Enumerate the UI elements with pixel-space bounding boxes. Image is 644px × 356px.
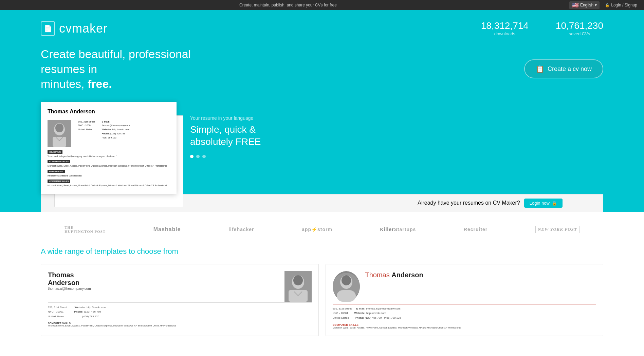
downloads-stat: 18,312,714 downloads: [481, 20, 529, 36]
tagline-line2: minutes,: [41, 77, 88, 90]
login-now-label: Login now: [530, 201, 550, 206]
templates-section: A wide range of templates to choose from…: [0, 244, 644, 350]
carousel-dots: [190, 155, 603, 158]
template-card-classic[interactable]: ThomasAnderson thomas.a@thecompany.com 9…: [41, 264, 319, 336]
login-cta-area: Already have your resumes on CV Maker? L…: [418, 199, 563, 208]
mashable-logo: Mashable: [153, 226, 181, 232]
side-panel-subtitle: Your resume in your language: [190, 115, 603, 121]
tpl1-section-label: COMPUTER SKILLS: [48, 322, 312, 324]
templates-heading-highlight: templates: [94, 247, 127, 256]
chevron-down-icon: ▾: [595, 3, 597, 7]
cv-preview-container: Thomas Anderson E-mail: thomas@thecompan…: [41, 102, 177, 194]
tpl1-info: 956, 31st Street Website: http://cvmkr.c…: [48, 305, 312, 319]
tagline-free: free.: [88, 77, 112, 90]
svg-point-2: [55, 124, 63, 132]
tpl2-portrait: [333, 271, 360, 302]
side-panel: Your resume in your language Simple, qui…: [190, 102, 603, 158]
logo[interactable]: 📄 cvmaker: [41, 21, 108, 36]
dot-1[interactable]: [190, 155, 194, 158]
cv-objective-label: OBJECTIVE: [48, 150, 62, 154]
tpl1-portrait: [284, 271, 312, 302]
dot-2[interactable]: [196, 155, 200, 158]
svg-point-10: [342, 275, 351, 285]
saved-cvs-number: 10,761,230: [556, 20, 603, 31]
cv-refs-label: REFERENCES: [48, 170, 65, 173]
tpl2-info: 956, 31st Street E-mail: thomas.a@thecom…: [333, 306, 596, 320]
hero-content: Create beautiful, professional resumes i…: [41, 46, 603, 92]
saved-cvs-label: saved CVs: [556, 31, 603, 36]
cv-computer-skills-section: COMPUTER SKILLS Microsoft Word, Excel, A…: [48, 160, 170, 168]
logo-text: cvmaker: [59, 21, 108, 36]
lock-icon: 🔒: [605, 3, 610, 7]
cv-skills-label: COMPUTER SKILLS: [48, 160, 70, 163]
cv-portrait-svg: [48, 120, 71, 147]
tpl1-section-text: Microsoft Word, Excel, Access, PowerPoin…: [48, 324, 312, 327]
login-now-button[interactable]: Login now 🔒: [524, 199, 563, 208]
huffington-post-logo: THEHUFFINGTON POST: [65, 225, 106, 233]
lifehacker-logo: lifehacker: [228, 227, 254, 232]
recruiter-logo: Recruiter: [464, 227, 487, 232]
side-panel-line1: Simple, quick &: [190, 124, 256, 135]
login-cta-text: Already have your resumes on CV Maker?: [418, 200, 520, 206]
tpl1-divider: [48, 302, 312, 302]
login-signup-link[interactable]: 🔒 Login / Signup: [605, 3, 637, 7]
cta-label: Create a cv now: [548, 65, 592, 73]
templates-heading: A wide range of templates to choose from: [41, 247, 603, 256]
downloads-number: 18,312,714: [481, 20, 529, 31]
cv-main-card: Thomas Anderson: [41, 102, 177, 194]
dot-3[interactable]: [202, 155, 206, 158]
svg-rect-3: [53, 137, 66, 147]
cv-name: Thomas Anderson: [48, 109, 170, 117]
cv-computer-section2: COMPUTER SKILLS Microsoft Word, Excel, A…: [48, 180, 170, 187]
tpl2-name-first: Thomas: [365, 271, 392, 279]
new-york-post-logo: NEW YORK POST: [535, 226, 579, 233]
cv-objective-section: OBJECTIVE "I can work independently usin…: [48, 150, 170, 158]
cv-skills2-text: Microsoft Word, Excel, Access, PowerPoin…: [48, 184, 170, 187]
cv-objective-text: "I can work independently using my own i…: [48, 155, 170, 158]
press-section: THEHUFFINGTON POST Mashable lifehacker a…: [0, 212, 644, 244]
templates-heading-prefix: A wide range of: [41, 247, 94, 256]
appstorm-logo: app⚡storm: [302, 227, 332, 232]
side-panel-line2: absolutely FREE: [190, 136, 261, 147]
tpl2-section-text: Microsoft Word, Excel, Access, PowerPoin…: [333, 326, 596, 329]
template-card-modern[interactable]: Thomas Anderson 956, 31st Street E-mail:…: [326, 264, 604, 336]
tpl1-email: thomas.a@thecompany.com: [48, 287, 312, 291]
downloads-label: downloads: [481, 31, 529, 36]
tagline-line1: Create beautiful, professional resumes i…: [41, 48, 191, 75]
cv-skills-text: Microsoft Word, Excel, Access, PowerPoin…: [48, 164, 170, 168]
cv-icon: 📋: [536, 65, 544, 73]
logo-icon: 📄: [41, 21, 55, 36]
killer-startups-logo: KillerStartups: [380, 227, 416, 232]
tpl2-name-last: Anderson: [391, 271, 423, 279]
svg-point-6: [293, 275, 303, 285]
stats-row: 18,312,714 downloads 10,761,230 saved CV…: [481, 20, 603, 36]
svg-rect-11: [337, 290, 356, 302]
lock-icon-btn: 🔒: [552, 201, 557, 206]
templates-grid: ThomasAnderson thomas.a@thecompany.com 9…: [41, 264, 603, 336]
cv-references-section: REFERENCES References available upon req…: [48, 170, 170, 177]
tpl2-divider: [333, 304, 596, 304]
login-signup-label: Login / Signup: [611, 3, 637, 7]
templates-heading-suffix: to choose from: [127, 247, 178, 256]
cv-photo: [48, 120, 71, 147]
hero-tagline: Create beautiful, professional resumes i…: [41, 46, 238, 92]
tpl1-name: ThomasAnderson: [48, 271, 312, 287]
hero-bottom: Thomas Anderson E-mail: thomas@thecompan…: [41, 102, 603, 194]
header-row: 📄 cvmaker 18,312,714 downloads 10,761,23…: [41, 20, 603, 36]
tpl2-photo: [333, 271, 360, 302]
cv-skills2-label: COMPUTER SKILLS: [48, 180, 70, 183]
tpl2-section-label: COMPUTER SKILLS: [333, 323, 596, 326]
tpl1-photo: [284, 271, 312, 302]
saved-cvs-stat: 10,761,230 saved CVs: [556, 20, 603, 36]
lang-label: English: [580, 3, 593, 7]
topbar-tagline: Create, maintain, publish, and share you…: [7, 3, 569, 7]
create-cv-button[interactable]: 📋 Create a cv now: [524, 59, 603, 78]
hero-section: 📄 cvmaker 18,312,714 downloads 10,761,23…: [0, 10, 644, 212]
side-panel-main-text: Simple, quick & absolutely FREE: [190, 124, 603, 148]
top-bar: Create, maintain, publish, and share you…: [0, 0, 644, 10]
language-selector[interactable]: 🇺🇸 English ▾: [569, 1, 600, 9]
cv-refs-text: References available upon request.: [48, 174, 170, 177]
